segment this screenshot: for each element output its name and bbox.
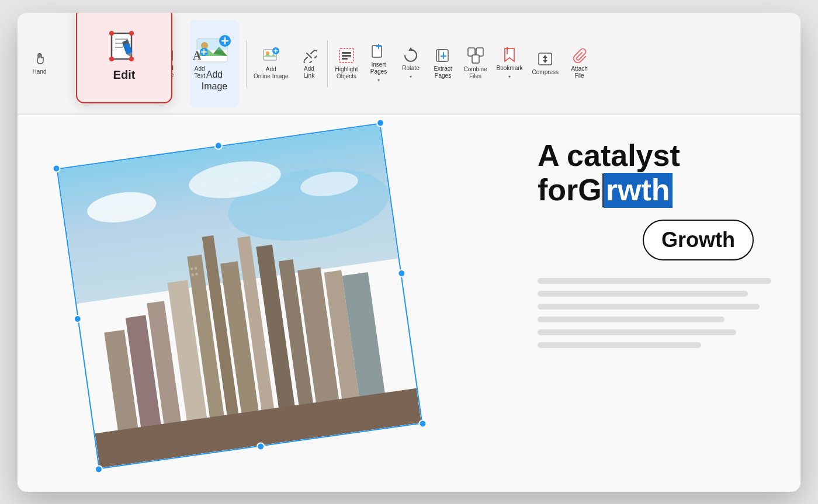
- app-window: Edit AddImage: [18, 13, 800, 492]
- bookmark-label: Bookmark: [497, 65, 523, 72]
- svg-rect-26: [342, 58, 348, 60]
- add-online-image-label: AddOnline Image: [254, 66, 288, 80]
- add-text-tool[interactable]: A AddText: [183, 34, 216, 93]
- handle-mr[interactable]: [397, 269, 406, 278]
- text-line-2: [538, 291, 748, 297]
- svg-point-54: [85, 188, 158, 227]
- svg-rect-24: [342, 52, 351, 54]
- extract-pages-tool[interactable]: ExtractPages: [427, 34, 459, 93]
- extract-pages-label: ExtractPages: [434, 65, 452, 79]
- text-line-1: [538, 278, 771, 284]
- edit-label: Edit: [113, 68, 136, 82]
- attach-file-label: AttachFile: [571, 65, 587, 79]
- city-image-frame: [57, 123, 423, 469]
- text-line-5: [538, 329, 736, 335]
- svg-rect-37: [472, 55, 479, 63]
- svg-rect-27: [372, 46, 382, 57]
- svg-point-7: [109, 31, 114, 36]
- for-text: for: [538, 173, 578, 208]
- divider-2: [327, 40, 328, 87]
- edit-icon: [107, 29, 142, 64]
- hand-tool[interactable]: Hand: [23, 34, 56, 93]
- g-letter: G: [578, 173, 601, 208]
- compress-tool[interactable]: Compress: [528, 34, 564, 93]
- bookmark-icon: [502, 47, 517, 62]
- headline: A catalyst for G rwth: [538, 138, 771, 208]
- image-area: [18, 115, 508, 492]
- add-online-image-tool[interactable]: AddOnline Image: [249, 34, 293, 93]
- svg-rect-25: [342, 55, 351, 57]
- combine-files-icon: [467, 47, 484, 64]
- divider-1: [246, 40, 247, 87]
- text-placeholder-lines: [538, 278, 771, 348]
- add-online-image-icon: [263, 47, 279, 64]
- svg-point-9: [109, 57, 114, 61]
- insert-pages-arrow: ▾: [377, 78, 380, 83]
- image-wrapper: [57, 123, 423, 469]
- text-line-3: [538, 304, 760, 310]
- text-content-area: A catalyst for G rwth Growth: [508, 115, 800, 492]
- insert-pages-icon: [371, 44, 386, 59]
- insert-pages-tool[interactable]: InsertPages ▾: [362, 34, 394, 93]
- hand-icon: [33, 52, 47, 66]
- combine-files-tool[interactable]: CombineFiles: [459, 34, 491, 93]
- rotate-arrow: ▾: [410, 74, 412, 79]
- add-link-label: AddLink: [304, 65, 314, 79]
- extract-pages-icon: [435, 48, 450, 63]
- bookmark-arrow: ▾: [508, 74, 511, 79]
- toolbar: Edit AddImage: [18, 13, 800, 115]
- attach-file-icon: [572, 48, 587, 63]
- rotate-tool[interactable]: Rotate ▾: [394, 34, 427, 93]
- edit-button-wrapper: Edit: [76, 13, 172, 103]
- bookmark-tool[interactable]: Bookmark ▾: [492, 34, 528, 93]
- hand-label: Hand: [33, 68, 47, 75]
- highlight-objects-icon: [338, 47, 355, 64]
- svg-point-8: [129, 31, 134, 36]
- compress-icon: [538, 51, 553, 67]
- combine-files-label: CombineFiles: [463, 66, 487, 80]
- rotate-icon: [403, 47, 418, 62]
- highlight-objects-label: HighlightObjects: [335, 66, 358, 80]
- add-text-label: AddText: [195, 65, 205, 79]
- edit-button[interactable]: Edit: [76, 13, 172, 103]
- rotated-image-container: [53, 127, 391, 454]
- highlight-objects-tool[interactable]: HighlightObjects: [330, 34, 362, 93]
- headline-line2: for G rwth: [538, 173, 771, 208]
- handle-br[interactable]: [418, 419, 428, 428]
- city-svg: [58, 124, 421, 467]
- headline-line1: A catalyst: [538, 138, 771, 173]
- text-line-4: [538, 317, 725, 322]
- svg-point-10: [129, 57, 134, 61]
- text-line-6: [538, 342, 701, 348]
- insert-pages-label: InsertPages: [370, 61, 387, 75]
- handle-tr[interactable]: [376, 118, 385, 127]
- svg-marker-30: [408, 47, 413, 51]
- growth-bubble: Growth: [643, 220, 754, 260]
- attach-file-tool[interactable]: AttachFile: [563, 34, 595, 93]
- content-area: A catalyst for G rwth Growth: [18, 115, 800, 492]
- add-text-icon: A: [192, 48, 207, 63]
- rwth-highlighted: rwth: [604, 173, 673, 208]
- rotate-label: Rotate: [402, 65, 419, 72]
- add-link-tool[interactable]: AddLink: [293, 34, 325, 93]
- compress-label: Compress: [532, 69, 559, 76]
- add-link-icon: [301, 48, 317, 63]
- growth-bubble-wrapper: Growth: [538, 220, 771, 260]
